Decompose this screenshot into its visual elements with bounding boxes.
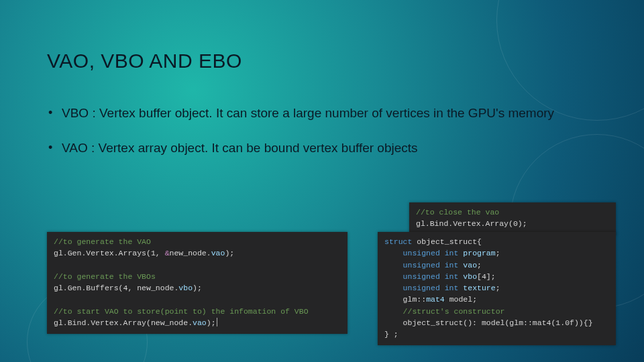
code-comment: //to generate the VBOs [54, 272, 156, 281]
bullet-item: VBO : Vertex buffer object. It can store… [47, 105, 570, 122]
code-line: gl.Gen.Buffers(4, new_node.vbo); [54, 284, 202, 292]
code-line: struct object_struct{ [384, 237, 482, 246]
slide-title: VAO, VBO AND EBO [47, 50, 597, 72]
code-block-struct: struct object_struct{ unsigned int progr… [378, 232, 616, 345]
bullet-list: VBO : Vertex buffer object. It can store… [47, 105, 597, 156]
code-line: object_struct(): model(glm::mat4(1.0f)){… [384, 318, 593, 327]
code-line: unsigned int vbo[4]; [384, 272, 496, 281]
code-comment: //to close the vao [416, 208, 499, 217]
text-cursor [217, 318, 217, 326]
code-block-generate: //to generate the VAO gl.Gen.Vertex.Arra… [47, 232, 347, 334]
code-line: unsigned int texture; [384, 284, 500, 292]
code-line: gl.Bind.Vertex.Array(new_node.vao); [54, 318, 217, 327]
code-comment: //struct's constructor [384, 307, 504, 316]
code-comment: //to start VAO to store(point to) the in… [54, 307, 309, 316]
code-line: glm::mat4 model; [384, 295, 477, 304]
code-line: unsigned int vao; [384, 261, 482, 269]
code-line: gl.Bind.Vertex.Array(0); [416, 219, 527, 228]
code-block-close-vao: //to close the vao gl.Bind.Vertex.Array(… [409, 202, 616, 235]
code-line: gl.Gen.Vertex.Arrays(1, &new_node.vao); [54, 249, 234, 257]
code-line: } ; [384, 330, 398, 339]
slide: VAO, VBO AND EBO VBO : Vertex buffer obj… [0, 0, 644, 156]
bullet-item: VAO : Vertex array object. It can be bou… [47, 139, 570, 157]
code-comment: //to generate the VAO [54, 237, 151, 246]
code-line: unsigned int program; [384, 249, 500, 257]
